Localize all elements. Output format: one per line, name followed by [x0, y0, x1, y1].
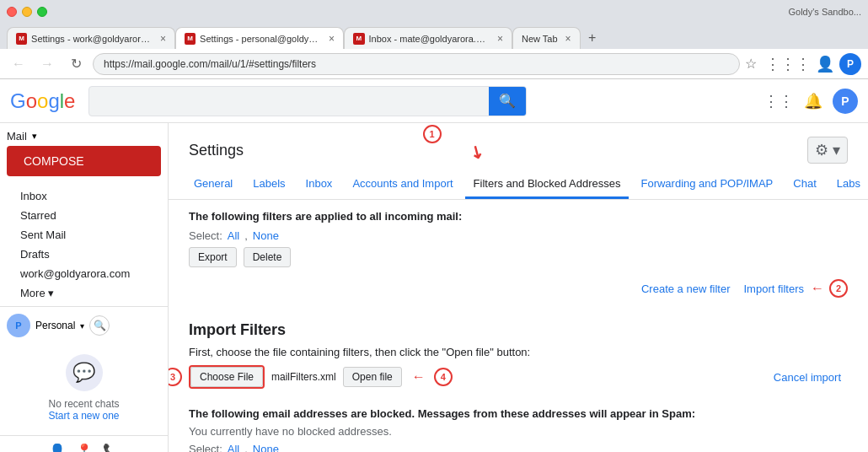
sidebar-item-more[interactable]: More ▾ [0, 283, 161, 303]
bookmark-star-icon[interactable]: ☆ [745, 56, 757, 72]
import-row: 3 Choose File mailFilters.xml Open file … [189, 365, 848, 389]
choose-file-button[interactable]: Choose File [190, 367, 263, 387]
forward-button[interactable]: → [35, 52, 59, 76]
tab-title-2: Settings - personal@goldyaro... [200, 34, 321, 44]
location-icon[interactable]: 📍 [76, 443, 93, 452]
file-name-display: mailFilters.xml [271, 371, 336, 383]
blocked-title: The following email addresses are blocke… [189, 407, 848, 420]
close-button[interactable] [7, 7, 17, 17]
drafts-label: Drafts [20, 248, 50, 261]
select-row-blocked: Select: All , None [189, 443, 848, 452]
tab-filters[interactable]: Filters and Blocked Addresses [465, 170, 630, 199]
open-file-button[interactable]: Open file [343, 367, 402, 387]
compose-button[interactable]: COMPOSE [7, 146, 161, 176]
annotation-1: 1 [423, 125, 442, 143]
chat-avatar: 💬 [66, 354, 103, 391]
account-search-icon[interactable]: 🔍 [89, 315, 110, 336]
blocked-select-none[interactable]: None [253, 443, 279, 452]
browser-tab-1[interactable]: M Settings - work@goldyarora.c... × [7, 27, 175, 49]
browser-tab-3[interactable]: M Inbox - mate@goldyarora.com × [344, 27, 512, 49]
tab-general[interactable]: General [185, 170, 241, 199]
reload-button[interactable]: ↻ [64, 52, 88, 76]
grid-menu-icon[interactable]: ⋮⋮⋮ [765, 55, 811, 73]
tab-title-3: Inbox - mate@goldyarora.com [369, 34, 490, 44]
mail-dropdown-icon[interactable]: ▾ [32, 131, 37, 142]
apps-grid-icon[interactable]: ⋮⋮ [764, 92, 794, 110]
account-avatar[interactable]: P [833, 89, 858, 114]
delete-button[interactable]: Delete [244, 247, 292, 267]
tab-close-4[interactable]: × [565, 33, 571, 45]
starred-label: Starred [20, 209, 56, 222]
filter-actions: Export Delete [189, 247, 848, 267]
select-row-filters: Select: All , None [189, 229, 848, 242]
tab-close-1[interactable]: × [160, 33, 166, 45]
no-recent-chats: No recent chats [10, 398, 158, 410]
settings-header: Settings 1 ↘ ⚙ ▾ [169, 123, 868, 170]
import-description: First, choose the file containing filter… [189, 346, 848, 358]
tab-close-3[interactable]: × [497, 33, 503, 45]
minimize-button[interactable] [22, 7, 32, 17]
browser-chrome: Goldy's Sandbo... M Settings - work@gold… [0, 0, 868, 79]
mail-label: Mail [7, 130, 27, 143]
select-all-link[interactable]: All [228, 229, 239, 242]
tabs-bar: M Settings - work@goldyarora.c... × M Se… [0, 24, 868, 49]
tab-accounts[interactable]: Accounts and Import [344, 170, 461, 199]
blocked-section: The following email addresses are blocke… [169, 407, 868, 452]
blocked-comma: , [244, 443, 248, 452]
browser-profile-icon[interactable]: P [839, 53, 861, 75]
settings-gear-button[interactable]: ⚙ ▾ [807, 137, 848, 164]
sidebar-item-drafts[interactable]: Drafts [0, 245, 161, 264]
sidebar-item-sent[interactable]: Sent Mail [0, 225, 161, 245]
import-filters-link[interactable]: Import filters [743, 282, 804, 295]
start-new-chat-link[interactable]: Start a new one [10, 410, 158, 422]
browser-tab-4[interactable]: New Tab × [512, 27, 581, 49]
search-button[interactable]: 🔍 [489, 86, 526, 116]
address-input[interactable] [93, 53, 740, 75]
tab-labels[interactable]: Labels [244, 170, 293, 199]
blocked-select-all[interactable]: All [228, 443, 239, 452]
notifications-icon[interactable]: 🔔 [801, 89, 826, 114]
personal-label: Personal [35, 320, 75, 331]
create-filter-link[interactable]: Create a new filter [641, 282, 731, 295]
chat-section: 💬 No recent chats Start a new one [0, 341, 168, 428]
sidebar-divider-1 [0, 306, 168, 307]
choose-file-wrapper: Choose File [189, 365, 265, 389]
user-icon[interactable]: 👤 [816, 55, 834, 73]
work-label: work@goldyarora.com [20, 267, 130, 280]
tab-close-2[interactable]: × [329, 33, 335, 45]
maximize-button[interactable] [37, 7, 47, 17]
window-title: Goldy's Sandbo... [789, 7, 862, 17]
search-box: 🔍 [88, 86, 527, 116]
sidebar-item-inbox[interactable]: Inbox [0, 186, 161, 206]
sent-label: Sent Mail [20, 229, 66, 241]
gmail-wrapper: Google 🔍 ⋮⋮ 🔔 P Mail ▾ COMPOSE [0, 79, 868, 452]
tab-favicon-1: M [16, 33, 27, 45]
page-wrapper: Goldy's Sandbo... M Settings - work@gold… [0, 0, 868, 452]
account-section[interactable]: P Personal ▾ 🔍 [0, 310, 168, 341]
header-right: ⋮⋮ 🔔 P [764, 89, 858, 114]
tab-inbox[interactable]: Inbox [297, 170, 341, 199]
phone-icon[interactable]: 📞 [103, 443, 120, 452]
sidebar-item-starred[interactable]: Starred [0, 206, 161, 225]
cancel-import-link[interactable]: Cancel import [774, 371, 841, 384]
select-comma: , [244, 229, 248, 242]
browser-tab-2[interactable]: M Settings - personal@goldyaro... × [175, 27, 344, 49]
settings-title: Settings [189, 142, 244, 159]
traffic-lights [7, 7, 47, 17]
tab-labs[interactable]: Labs [828, 170, 868, 199]
person-icon[interactable]: 👤 [49, 443, 66, 452]
no-blocked-msg: You currently have no blocked addresses. [189, 425, 848, 438]
export-button[interactable]: Export [189, 247, 237, 267]
tab-favicon-2: M [185, 33, 196, 45]
back-button[interactable]: ← [7, 52, 30, 76]
new-tab-button[interactable]: + [581, 27, 604, 49]
search-input[interactable] [89, 94, 489, 108]
sidebar-bottom: 👤 📍 📞 [0, 435, 168, 452]
select-none-link[interactable]: None [253, 229, 279, 242]
tab-forwarding[interactable]: Forwarding and POP/IMAP [632, 170, 781, 199]
annotation-arrow-2: ← [811, 281, 824, 296]
account-dropdown-icon: ▾ [80, 321, 84, 331]
tab-chat[interactable]: Chat [785, 170, 824, 199]
sidebar-item-work[interactable]: work@goldyarora.com [0, 264, 161, 283]
annotation-3: 3 [169, 368, 182, 386]
